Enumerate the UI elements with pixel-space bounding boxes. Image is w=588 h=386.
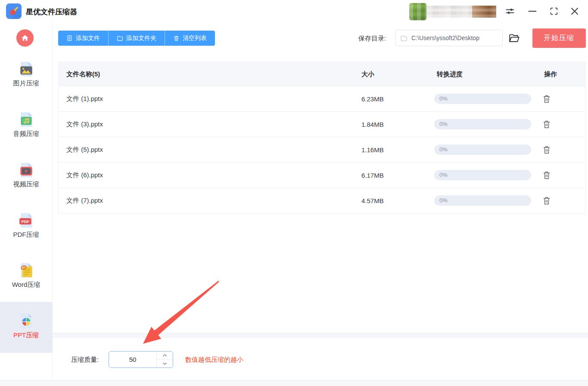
delete-file-button[interactable]: [542, 119, 552, 130]
image-file-icon: [18, 60, 35, 78]
delete-file-button[interactable]: [542, 144, 552, 156]
file-size: 1.84MB: [361, 121, 384, 128]
sidebar-item-label: 视频压缩: [0, 180, 52, 188]
sidebar-item-label: PDF压缩: [0, 231, 52, 239]
progress-bar: 0%: [434, 94, 531, 104]
toolbar: 添加文件 添加文件夹 清空列表: [58, 31, 215, 46]
table-header: 文件名称(5) 大小 转换进度 操作: [59, 62, 585, 86]
add-file-label: 添加文件: [76, 35, 100, 42]
settings-sliders-icon[interactable]: [505, 6, 515, 16]
file-name: 文件 (7).pptx: [66, 197, 103, 205]
table-row: 文件 (5).pptx 1.16MB 0%: [59, 137, 585, 162]
sidebar-item-pdf-compress[interactable]: PDF PDF压缩: [0, 212, 52, 246]
minimize-icon[interactable]: [527, 6, 538, 16]
trash-icon: [542, 195, 551, 206]
file-size: 1.16MB: [361, 146, 384, 154]
add-folder-button[interactable]: 添加文件夹: [108, 31, 165, 46]
sidebar: 图片压缩 音频压缩 视频压缩: [0, 22, 53, 380]
delete-file-button[interactable]: [542, 94, 552, 105]
add-folder-label: 添加文件夹: [126, 35, 156, 42]
trash-icon: [542, 170, 551, 180]
word-file-icon: [18, 262, 35, 279]
file-name: 文件 (1).pptx: [66, 95, 103, 103]
file-name: 文件 (6).pptx: [66, 171, 103, 179]
browse-folder-button[interactable]: [508, 33, 520, 44]
save-dir-label: 保存目录:: [358, 35, 386, 43]
sidebar-item-video-compress[interactable]: 视频压缩: [0, 161, 52, 196]
file-name: 文件 (5).pptx: [66, 146, 103, 154]
close-icon[interactable]: [569, 6, 580, 16]
progress-bar: 0%: [434, 144, 531, 155]
sidebar-item-label: Word压缩: [0, 281, 52, 289]
sidebar-item-word-compress[interactable]: Word压缩: [0, 262, 52, 296]
file-icon: [66, 35, 73, 41]
video-file-icon: [18, 161, 35, 179]
window-bottom-strip: [0, 380, 588, 386]
header-file-name: 文件名称(5): [66, 70, 100, 78]
stepper-up-button[interactable]: [157, 351, 173, 360]
clear-list-button[interactable]: 清空列表: [165, 31, 215, 46]
trash-icon: [542, 94, 551, 104]
stepper-down-button[interactable]: [157, 360, 173, 368]
user-name-redacted: [426, 6, 496, 18]
progress-bar: 0%: [434, 170, 531, 180]
sidebar-item-image-compress[interactable]: 图片压缩: [0, 60, 52, 95]
header-progress: 转换进度: [437, 70, 463, 78]
table-row: 文件 (3).pptx 1.84MB 0%: [59, 111, 585, 137]
progress-bar: 0%: [434, 119, 531, 129]
table-row: 文件 (7).pptx 4.57MB 0%: [59, 188, 585, 213]
progress-bar: 0%: [434, 195, 531, 206]
quality-stepper: [109, 351, 173, 368]
app-title: 星优文件压缩器: [26, 7, 77, 17]
home-button[interactable]: [16, 29, 34, 47]
sidebar-item-label: 音频压缩: [0, 130, 52, 138]
sidebar-item-audio-compress[interactable]: 音频压缩: [0, 111, 52, 145]
trash-icon: [173, 35, 180, 41]
quality-hint-text: 数值越低压缩的越小: [185, 356, 243, 364]
folder-icon: [117, 35, 123, 41]
quality-input[interactable]: [109, 351, 156, 367]
sidebar-item-ppt-compress[interactable]: PPT压缩: [0, 312, 52, 347]
open-folder-icon: [508, 33, 520, 44]
app-window: 星优文件压缩器: [0, 0, 588, 386]
avatar: [409, 3, 426, 20]
start-compress-button[interactable]: 开始压缩: [532, 28, 586, 48]
save-dir-path: C:\Users\yssoft2\Desktop: [411, 35, 479, 41]
file-table: 文件名称(5) 大小 转换进度 操作 文件 (1).pptx 6.23MB 0%…: [58, 62, 586, 213]
clear-list-label: 清空列表: [183, 35, 207, 42]
app-logo-icon: [6, 3, 22, 19]
folder-icon: [400, 35, 408, 42]
delete-file-button[interactable]: [542, 170, 552, 181]
svg-text:PDF: PDF: [21, 219, 29, 224]
pdf-file-icon: PDF: [18, 212, 35, 229]
file-size: 6.17MB: [361, 172, 384, 179]
table-row: 文件 (1).pptx 6.23MB 0%: [59, 86, 585, 111]
ppt-file-icon: [18, 312, 35, 330]
sidebar-item-label: 图片压缩: [0, 79, 52, 88]
audio-file-icon: [18, 111, 35, 128]
save-dir-input[interactable]: C:\Users\yssoft2\Desktop: [395, 30, 503, 46]
sidebar-item-label: PPT压缩: [0, 331, 52, 339]
titlebar: 星优文件压缩器: [0, 0, 588, 22]
header-size: 大小: [361, 70, 374, 78]
home-icon: [20, 33, 30, 43]
quality-label: 压缩质量:: [71, 356, 99, 364]
stepper-buttons: [156, 351, 173, 367]
user-badge-redacted: [472, 6, 496, 18]
chevron-up-icon: [162, 354, 167, 357]
panel-divider: [53, 333, 588, 338]
maximize-icon[interactable]: [549, 6, 559, 16]
chevron-down-icon: [162, 362, 167, 365]
delete-file-button[interactable]: [542, 195, 552, 207]
trash-icon: [542, 144, 551, 155]
file-size: 6.23MB: [361, 95, 384, 103]
table-row: 文件 (6).pptx 6.17MB 0%: [59, 162, 585, 188]
start-compress-label: 开始压缩: [544, 34, 575, 43]
user-account[interactable]: [409, 2, 498, 21]
add-file-button[interactable]: 添加文件: [58, 31, 108, 46]
file-name: 文件 (3).pptx: [66, 120, 103, 129]
header-action: 操作: [544, 70, 557, 78]
file-size: 4.57MB: [361, 197, 384, 204]
trash-icon: [542, 119, 551, 129]
